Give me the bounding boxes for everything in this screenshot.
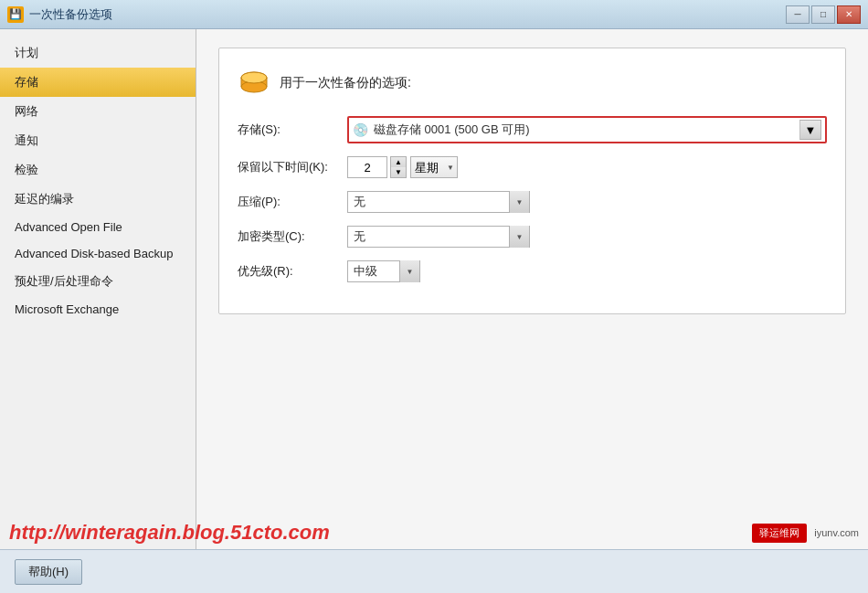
options-box: 用于一次性备份的选项: 存储(S): 💿 磁盘存储 0001 (500 GB 可…: [218, 48, 846, 314]
svg-point-3: [241, 72, 267, 83]
window-title: 一次性备份选项: [29, 6, 112, 23]
storage-icon: [238, 67, 270, 100]
window-controls: ─ □ ✕: [786, 5, 861, 24]
retention-input[interactable]: [347, 156, 387, 178]
priority-control: 中级 ▼: [347, 260, 827, 282]
sidebar-item-check[interactable]: 检验: [0, 155, 196, 185]
sidebar: 计划 存储 网络 通知 检验 延迟的编录 Advanced Open File …: [0, 29, 196, 549]
compression-select[interactable]: 无 ▼: [347, 191, 530, 213]
sidebar-item-exchange[interactable]: Microsoft Exchange: [0, 296, 196, 323]
encryption-value: 无: [348, 228, 509, 245]
content-area: 用于一次性备份的选项: 存储(S): 💿 磁盘存储 0001 (500 GB 可…: [196, 29, 868, 549]
sidebar-item-network[interactable]: 网络: [0, 97, 196, 126]
priority-value: 中级: [348, 263, 399, 280]
help-button[interactable]: 帮助(H): [15, 559, 82, 585]
section-header: 用于一次性备份的选项:: [238, 67, 827, 100]
main-container: 计划 存储 网络 通知 检验 延迟的编录 Advanced Open File …: [0, 29, 868, 549]
retention-unit-select[interactable]: 星期: [410, 156, 458, 178]
encryption-arrow-icon: ▼: [516, 233, 524, 241]
sidebar-item-storage[interactable]: 存储: [0, 68, 196, 97]
title-bar: 💾 一次性备份选项 ─ □ ✕: [0, 0, 868, 29]
storage-label: 存储(S):: [238, 122, 347, 138]
title-bar-left: 💾 一次性备份选项: [7, 6, 112, 23]
storage-dropdown-btn[interactable]: ▼: [799, 120, 821, 140]
encryption-select[interactable]: 无 ▼: [347, 226, 530, 248]
priority-select[interactable]: 中级 ▼: [347, 260, 420, 282]
priority-label: 优先级(R):: [238, 263, 347, 280]
compression-control: 无 ▼: [347, 191, 827, 213]
disk-icon: 💿: [353, 122, 368, 137]
storage-select-inner: 💿 磁盘存储 0001 (500 GB 可用): [353, 122, 796, 138]
priority-dropdown-btn[interactable]: ▼: [399, 260, 419, 282]
encryption-label: 加密类型(C):: [238, 228, 347, 245]
dropdown-arrow-icon: ▼: [805, 123, 817, 137]
storage-row: 存储(S): 💿 磁盘存储 0001 (500 GB 可用) ▼: [238, 116, 827, 143]
retention-unit-wrapper: 星期: [410, 156, 458, 178]
encryption-dropdown-btn[interactable]: ▼: [509, 226, 529, 248]
bottom-bar: 帮助(H): [0, 549, 868, 593]
sidebar-item-delayed[interactable]: 延迟的编录: [0, 185, 196, 214]
spinner-down-button[interactable]: ▼: [391, 167, 406, 177]
retention-label: 保留以下时间(K):: [238, 159, 347, 175]
sidebar-item-advanceddisk[interactable]: Advanced Disk-based Backup: [0, 240, 196, 267]
encryption-control: 无 ▼: [347, 226, 827, 248]
storage-select-wrapper[interactable]: 💿 磁盘存储 0001 (500 GB 可用) ▼: [347, 116, 827, 143]
compression-dropdown-btn[interactable]: ▼: [509, 191, 529, 213]
storage-control: 💿 磁盘存储 0001 (500 GB 可用) ▼: [347, 116, 827, 143]
sidebar-item-notification[interactable]: 通知: [0, 126, 196, 155]
app-icon: 💾: [7, 6, 24, 23]
sidebar-item-advancedopen[interactable]: Advanced Open File: [0, 214, 196, 240]
retention-control: ▲ ▼ 星期: [347, 156, 827, 178]
compression-value: 无: [348, 194, 509, 210]
close-button[interactable]: ✕: [837, 5, 861, 24]
minimize-button[interactable]: ─: [786, 5, 810, 24]
compression-label: 压缩(P):: [238, 194, 347, 210]
storage-value: 磁盘存储 0001 (500 GB 可用): [374, 122, 796, 138]
retention-wrapper: ▲ ▼ 星期: [347, 156, 827, 178]
priority-row: 优先级(R): 中级 ▼: [238, 260, 827, 282]
maximize-button[interactable]: □: [811, 5, 835, 24]
sidebar-item-plan[interactable]: 计划: [0, 38, 196, 68]
section-title: 用于一次性备份的选项:: [280, 75, 411, 91]
spinner-up-button[interactable]: ▲: [391, 157, 406, 167]
encryption-row: 加密类型(C): 无 ▼: [238, 226, 827, 248]
compression-arrow-icon: ▼: [516, 198, 524, 206]
priority-arrow-icon: ▼: [407, 268, 414, 276]
compression-row: 压缩(P): 无 ▼: [238, 191, 827, 213]
sidebar-item-prepost[interactable]: 预处理/后处理命令: [0, 267, 196, 296]
retention-row: 保留以下时间(K): ▲ ▼ 星期: [238, 156, 827, 178]
retention-spinner: ▲ ▼: [390, 156, 407, 178]
